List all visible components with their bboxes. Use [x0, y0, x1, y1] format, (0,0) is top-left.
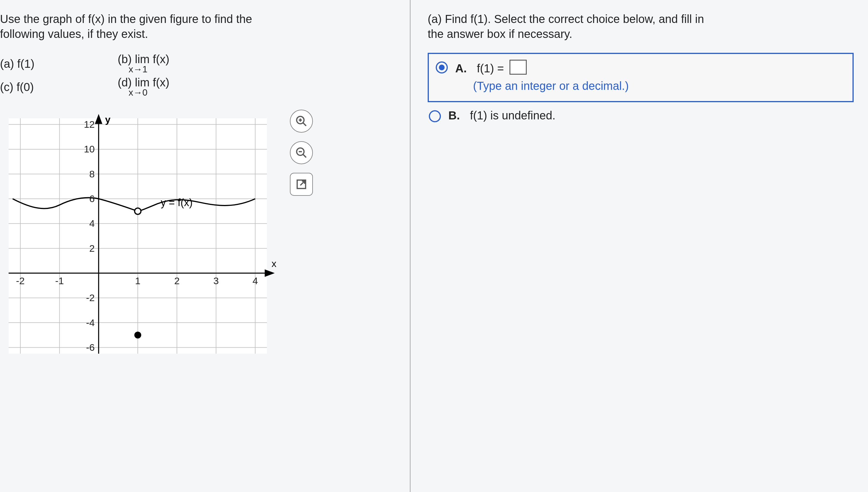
choice-b-content: B. f(1) is undefined.	[448, 109, 555, 122]
answer-input[interactable]	[510, 60, 527, 75]
part-d-label: (d) lim f(x) x→0	[118, 76, 401, 98]
question-line-1: (a) Find f(1). Select the correct choice…	[428, 13, 704, 25]
svg-text:4: 4	[253, 275, 258, 286]
part-b-label: (b) lim f(x) x→1	[118, 53, 401, 75]
right-pane: (a) Find f(1). Select the correct choice…	[411, 0, 868, 492]
svg-line-48	[300, 181, 304, 186]
svg-text:-2: -2	[16, 275, 25, 286]
svg-text:3: 3	[213, 275, 219, 286]
choice-a-letter: A.	[455, 62, 467, 75]
part-c-label: (c) f(0)	[0, 81, 118, 94]
choice-b-row[interactable]: B. f(1) is undefined.	[428, 108, 854, 122]
y-axis-label: y	[105, 114, 110, 125]
svg-text:2: 2	[89, 243, 95, 254]
svg-text:12: 12	[84, 119, 95, 130]
svg-text:10: 10	[84, 144, 95, 154]
curve-label: y = f(x)	[161, 197, 193, 208]
svg-text:1: 1	[135, 275, 141, 286]
choice-a-content: A. f(1) =	[455, 60, 527, 75]
svg-point-24	[134, 331, 141, 339]
function-graph: y x y = f(x) -2 -1 1 2 3 4 12 10 8 6 4 2…	[0, 109, 281, 362]
svg-point-23	[134, 208, 141, 215]
zoom-in-icon[interactable]	[290, 109, 313, 132]
svg-marker-22	[265, 270, 273, 276]
problem-prompt: Use the graph of f(x) in the given figur…	[0, 11, 401, 41]
svg-text:-2: -2	[86, 292, 95, 303]
prompt-line-1: Use the graph of f(x) in the given figur…	[0, 13, 252, 25]
svg-line-45	[303, 154, 306, 157]
choice-a-box[interactable]: A. f(1) = (Type an integer or a decimal.…	[428, 53, 854, 102]
question-line-2: the answer box if necessary.	[428, 28, 572, 40]
prompt-line-2: following values, if they exist.	[0, 28, 148, 40]
svg-text:-6: -6	[86, 342, 95, 353]
x-axis-label: x	[272, 258, 276, 269]
choice-a-hint: (Type an integer or a decimal.)	[436, 79, 846, 93]
popout-icon[interactable]	[290, 173, 313, 196]
part-a-label: (a) f(1)	[0, 57, 118, 70]
radio-choice-b[interactable]	[429, 110, 441, 122]
zoom-out-icon[interactable]	[290, 141, 313, 164]
choice-a-prefix: f(1) =	[477, 62, 504, 75]
svg-text:-4: -4	[86, 317, 95, 328]
choice-b-letter: B.	[448, 109, 460, 122]
radio-choice-a[interactable]	[436, 62, 448, 73]
choice-b-text: f(1) is undefined.	[470, 109, 555, 122]
graph-container: y x y = f(x) -2 -1 1 2 3 4 12 10 8 6 4 2…	[0, 109, 401, 368]
svg-text:8: 8	[89, 169, 95, 179]
left-pane: Use the graph of f(x) in the given figur…	[0, 0, 411, 492]
svg-text:6: 6	[89, 193, 95, 204]
parts-grid: (a) f(1) (b) lim f(x) x→1 (c) f(0) (d) l…	[0, 53, 401, 98]
svg-line-41	[303, 123, 306, 126]
graph-tools	[290, 109, 313, 196]
svg-text:2: 2	[174, 275, 180, 286]
svg-text:-1: -1	[55, 275, 64, 286]
svg-text:4: 4	[89, 218, 95, 229]
question-text: (a) Find f(1). Select the correct choice…	[428, 11, 854, 41]
